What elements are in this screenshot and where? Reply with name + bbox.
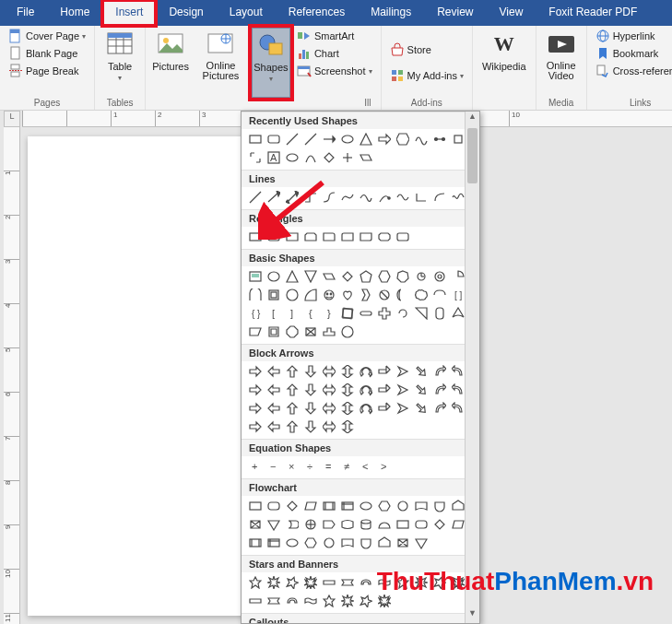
shape-option[interactable] bbox=[247, 149, 264, 166]
shape-option[interactable] bbox=[431, 498, 448, 514]
shape-option[interactable] bbox=[265, 498, 282, 514]
shape-option[interactable] bbox=[413, 287, 430, 303]
shape-option[interactable] bbox=[339, 149, 356, 166]
shape-option[interactable] bbox=[358, 189, 374, 206]
shape-option[interactable] bbox=[431, 363, 448, 380]
shape-option[interactable] bbox=[302, 574, 319, 591]
shape-option[interactable] bbox=[339, 229, 356, 245]
shape-option[interactable] bbox=[339, 535, 356, 551]
shape-option[interactable] bbox=[321, 229, 337, 245]
shape-option[interactable]: > bbox=[376, 458, 393, 475]
shape-option[interactable] bbox=[284, 324, 301, 340]
shape-option[interactable] bbox=[284, 418, 301, 435]
shape-option[interactable] bbox=[339, 593, 356, 609]
shape-option[interactable] bbox=[321, 418, 337, 435]
online-pictures-button[interactable]: Online Pictures bbox=[194, 28, 248, 98]
shape-option[interactable] bbox=[339, 574, 356, 591]
shape-option[interactable] bbox=[376, 268, 393, 285]
shape-option[interactable] bbox=[321, 131, 337, 147]
shape-option[interactable] bbox=[395, 535, 411, 551]
shape-option[interactable] bbox=[321, 382, 337, 398]
shape-option[interactable]: × bbox=[284, 458, 301, 475]
shape-option[interactable] bbox=[302, 535, 319, 551]
cover-page-button[interactable]: Cover Page ▾ bbox=[6, 28, 88, 44]
shape-option[interactable] bbox=[302, 418, 319, 435]
shape-option[interactable]: + bbox=[247, 458, 264, 475]
tab-mailings[interactable]: Mailings bbox=[358, 0, 424, 26]
shape-option[interactable] bbox=[302, 363, 319, 380]
shape-option[interactable] bbox=[358, 305, 374, 322]
shape-option[interactable]: = bbox=[321, 458, 337, 475]
shape-option[interactable] bbox=[358, 516, 374, 533]
shape-option[interactable] bbox=[431, 305, 448, 322]
tab-layout[interactable]: Layout bbox=[217, 0, 276, 26]
shape-option[interactable] bbox=[339, 363, 356, 380]
shape-option[interactable] bbox=[413, 498, 430, 514]
shape-option[interactable]: ≠ bbox=[339, 458, 356, 475]
shape-option[interactable] bbox=[321, 149, 337, 166]
shape-option[interactable] bbox=[413, 382, 430, 398]
shape-option[interactable] bbox=[302, 131, 319, 147]
shape-option[interactable]: ] bbox=[284, 305, 301, 322]
shape-option[interactable] bbox=[413, 400, 430, 417]
shape-option[interactable] bbox=[358, 131, 374, 147]
shape-option[interactable] bbox=[413, 363, 430, 380]
shape-option[interactable] bbox=[376, 400, 393, 417]
shape-option[interactable] bbox=[265, 574, 282, 591]
shape-option[interactable] bbox=[284, 574, 301, 591]
shape-option[interactable] bbox=[339, 324, 356, 340]
shape-option[interactable] bbox=[302, 382, 319, 398]
shape-option[interactable] bbox=[358, 287, 374, 303]
shape-option[interactable] bbox=[302, 400, 319, 417]
chart-button[interactable]: Chart bbox=[294, 45, 375, 62]
shape-option[interactable] bbox=[321, 287, 337, 303]
shape-option[interactable] bbox=[265, 516, 282, 533]
tab-design[interactable]: Design bbox=[156, 0, 216, 26]
shape-option[interactable] bbox=[376, 305, 393, 322]
shape-option[interactable] bbox=[265, 189, 282, 206]
shape-option[interactable] bbox=[265, 363, 282, 380]
shape-option[interactable] bbox=[431, 400, 448, 417]
shape-option[interactable] bbox=[284, 131, 301, 147]
shape-option[interactable] bbox=[413, 516, 430, 533]
shape-option[interactable] bbox=[247, 131, 264, 147]
shape-option[interactable] bbox=[395, 305, 411, 322]
shape-option[interactable] bbox=[302, 516, 319, 533]
shape-option[interactable]: { } bbox=[247, 305, 264, 322]
shape-option[interactable] bbox=[247, 382, 264, 398]
shape-option[interactable] bbox=[284, 593, 301, 609]
shape-option[interactable] bbox=[413, 131, 430, 147]
vertical-ruler[interactable]: 1234567891011 bbox=[4, 127, 20, 624]
tab-foxit[interactable]: Foxit Reader PDF bbox=[536, 0, 650, 26]
shape-option[interactable] bbox=[413, 574, 430, 591]
my-addins-button[interactable]: My Add-ins ▾ bbox=[387, 67, 466, 84]
shape-option[interactable] bbox=[302, 189, 319, 206]
shape-option[interactable] bbox=[431, 382, 448, 398]
shape-option[interactable] bbox=[247, 516, 264, 533]
bookmark-button[interactable]: Bookmark bbox=[593, 45, 672, 62]
shape-option[interactable] bbox=[265, 593, 282, 609]
shape-option[interactable] bbox=[358, 363, 374, 380]
shape-option[interactable] bbox=[431, 189, 448, 206]
shape-option[interactable] bbox=[302, 287, 319, 303]
shape-option[interactable] bbox=[395, 229, 411, 245]
shape-option[interactable] bbox=[247, 574, 264, 591]
shape-option[interactable] bbox=[284, 535, 301, 551]
shape-option[interactable] bbox=[431, 516, 448, 533]
pictures-button[interactable]: Pictures bbox=[151, 28, 190, 98]
shape-option[interactable] bbox=[395, 189, 411, 206]
shape-option[interactable] bbox=[358, 400, 374, 417]
shape-option[interactable] bbox=[413, 535, 430, 551]
shape-option[interactable] bbox=[247, 189, 264, 206]
shape-option[interactable] bbox=[358, 268, 374, 285]
shape-option[interactable] bbox=[376, 498, 393, 514]
shape-option[interactable] bbox=[321, 535, 337, 551]
shape-option[interactable] bbox=[321, 324, 337, 340]
shape-option[interactable] bbox=[395, 400, 411, 417]
shape-option[interactable] bbox=[321, 593, 337, 609]
shape-option[interactable] bbox=[376, 535, 393, 551]
shape-option[interactable] bbox=[247, 287, 264, 303]
cross-reference-button[interactable]: Cross-reference bbox=[593, 63, 672, 79]
shape-option[interactable] bbox=[376, 516, 393, 533]
shape-option[interactable] bbox=[247, 324, 264, 340]
